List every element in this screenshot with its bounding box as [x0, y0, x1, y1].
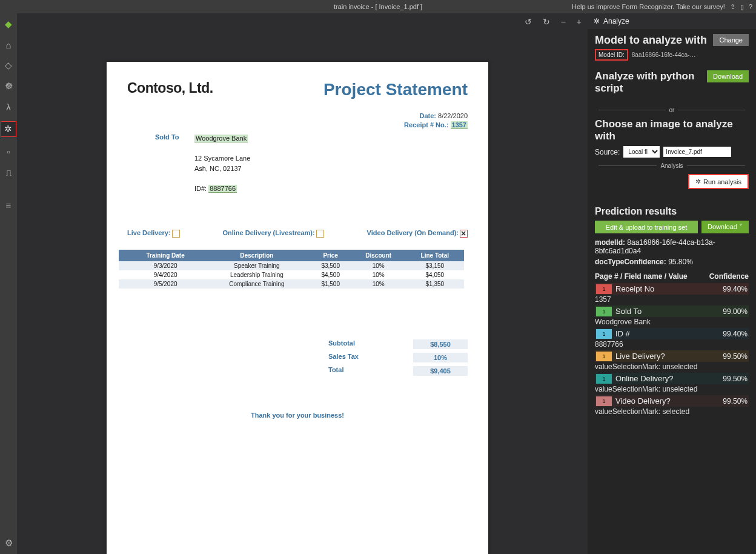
edit-upload-button[interactable]: Edit & upload to training set [595, 221, 698, 233]
date-value: 8/22/2020 [438, 112, 468, 119]
receipt-value: 1357 [451, 121, 468, 129]
choose-heading: Choose an image to analyze with [595, 118, 749, 142]
page-tag: 1 [596, 374, 612, 384]
doctype-conf-label: docTypeConfidence: [595, 258, 666, 266]
results-list: 1Receipt No99.40%13571Sold To99.00%Woodg… [595, 283, 749, 418]
sparkle-icon: ✲ [695, 178, 701, 185]
panel-icon[interactable]: ▯ [740, 3, 744, 11]
subtotal-label: Subtotal [328, 339, 355, 349]
result-row[interactable]: 1Video Delivery?99.50%valueSelectionMark… [595, 395, 749, 418]
check-online-label: Online Delivery (Livestream): [222, 229, 314, 236]
tax-label: Sales Tax [328, 353, 359, 362]
download-results-button[interactable]: Download ˅ [701, 221, 749, 233]
delivery-checks: Live Delivery: Online Delivery (Livestre… [127, 229, 468, 238]
subtotal-value: $8,550 [413, 339, 468, 349]
field-value: Woodgrove Bank [595, 317, 749, 328]
statement-heading: Project Statement [323, 80, 468, 99]
help-icon[interactable]: ? [749, 3, 752, 10]
total-label: Total [328, 366, 343, 376]
share-icon[interactable]: ⇪ [730, 3, 735, 11]
compose-icon[interactable]: λ [2, 101, 15, 113]
page-tag: 1 [596, 284, 612, 294]
page-tag: 1 [596, 307, 612, 316]
page-tag: 1 [596, 396, 612, 406]
field-name: Live Delivery? [615, 352, 723, 361]
results-header-left: Page # / Field name / Value [595, 272, 709, 281]
check-video-label: Video Delivery (On Demand): [367, 229, 459, 236]
panel-header: ✲Analyze [588, 13, 756, 29]
check-live [172, 230, 180, 238]
connect-icon[interactable]: ⎍ [2, 166, 15, 178]
file-input[interactable] [663, 147, 731, 157]
canvas-toolbar: ↺ ↻ − + [525, 17, 582, 27]
confidence: 99.50% [723, 397, 748, 405]
th-disc: Discount [351, 250, 406, 261]
th-price: Price [310, 250, 351, 261]
train-icon[interactable]: ☸ [2, 80, 15, 92]
modelid-label: modelId: [595, 238, 625, 247]
page-tag: 1 [596, 329, 612, 339]
redo-icon[interactable]: ↻ [543, 17, 550, 27]
thanks-message: Thank you for your business! [107, 412, 488, 419]
doctype-conf-value: 95.80% [668, 258, 693, 266]
document-icon[interactable]: ▫ [2, 145, 15, 158]
panel-title: Analyze [603, 17, 629, 25]
check-online [316, 230, 324, 238]
field-name: Online Delivery? [615, 374, 723, 383]
table-row: 9/4/2020Leadership Training$4,50010%$4,0… [119, 270, 464, 279]
field-name: Video Delivery? [615, 396, 723, 405]
field-value: valueSelectionMark: unselected [595, 362, 749, 373]
settings-icon[interactable]: ⚙ [2, 537, 15, 549]
zoom-in-icon[interactable]: + [577, 17, 582, 27]
undo-icon[interactable]: ↺ [525, 17, 532, 27]
download-script-button[interactable]: Download [707, 70, 749, 82]
zoom-out-icon[interactable]: − [561, 17, 566, 27]
source-label: Source: [595, 148, 620, 156]
run-analysis-button[interactable]: ✲Run analysis [688, 174, 749, 189]
confidence: 99.40% [723, 330, 748, 338]
result-row[interactable]: 1Live Delivery?99.50%valueSelectionMark:… [595, 350, 749, 373]
script-heading: Analyze with python script [595, 70, 707, 95]
tag-icon[interactable]: ◇ [2, 59, 15, 72]
results-header-right: Confidence [709, 272, 749, 281]
address-block: Woodgrove Bank 12 Sycamore Lane Ash, NC,… [194, 133, 250, 193]
result-row[interactable]: 1Receipt No99.40%1357 [595, 283, 749, 305]
confidence: 99.40% [723, 285, 748, 293]
document-title: train invoice - [ Invoice_1.pdf ] [334, 3, 422, 10]
result-row[interactable]: 1Online Delivery?99.50%valueSelectionMar… [595, 373, 749, 395]
source-select[interactable]: Local file [623, 146, 660, 158]
app-logo-icon[interactable]: ◆ [2, 18, 15, 30]
total-value: $9,405 [413, 366, 468, 376]
analyze-panel: ✲Analyze Model to analyze with Change Mo… [588, 13, 756, 554]
line-items-table: Training Date Description Price Discount… [119, 250, 464, 291]
sparkle-icon: ✲ [594, 17, 600, 25]
home-icon[interactable]: ⌂ [2, 39, 15, 51]
analyze-icon[interactable]: ✲ [1, 121, 16, 137]
canvas-area: ↺ ↻ − + Contoso, Ltd. Project Statement … [17, 13, 588, 554]
address-line-2: Ash, NC, 02137 [194, 165, 242, 172]
soldto-label: Sold To [155, 133, 179, 141]
prediction-heading: Prediction results [595, 206, 749, 217]
model-id-value: 8aa16866-16fe-44ca-b13a-8bfc6a... [632, 52, 696, 58]
totals-block: Subtotal$8,550 Sales Tax10% Total$9,405 [328, 338, 468, 378]
change-button[interactable]: Change [713, 34, 749, 46]
or-divider: or [595, 107, 749, 113]
result-row[interactable]: 1Sold To99.00%Woodgrove Bank [595, 305, 749, 328]
table-row: 9/3/2020Speaker Training$3,50010%$3,150 [119, 261, 464, 270]
left-nav: ◆ ⌂ ◇ ☸ λ ✲ ▫ ⎍ ≡ ⚙ [0, 13, 17, 554]
table-row: 9/5/2020Compliance Training$1,50010%$1,3… [119, 279, 464, 289]
confidence: 99.00% [723, 307, 748, 316]
check-video [460, 230, 468, 238]
document-page: Contoso, Ltd. Project Statement Date: 8/… [107, 62, 488, 554]
list-icon[interactable]: ≡ [2, 199, 15, 211]
field-value: valueSelectionMark: selected [595, 407, 749, 418]
result-row[interactable]: 1ID #99.40%8887766 [595, 328, 749, 350]
model-id-label: Model ID: [595, 49, 628, 61]
field-value: valueSelectionMark: unselected [595, 384, 749, 395]
survey-link[interactable]: Help us improve Form Recognizer. Take ou… [572, 3, 725, 10]
page-tag: 1 [596, 352, 612, 361]
confidence: 99.50% [723, 352, 748, 361]
field-name: ID # [615, 329, 723, 338]
check-live-label: Live Delivery: [127, 229, 171, 236]
th-date: Training Date [127, 250, 204, 261]
